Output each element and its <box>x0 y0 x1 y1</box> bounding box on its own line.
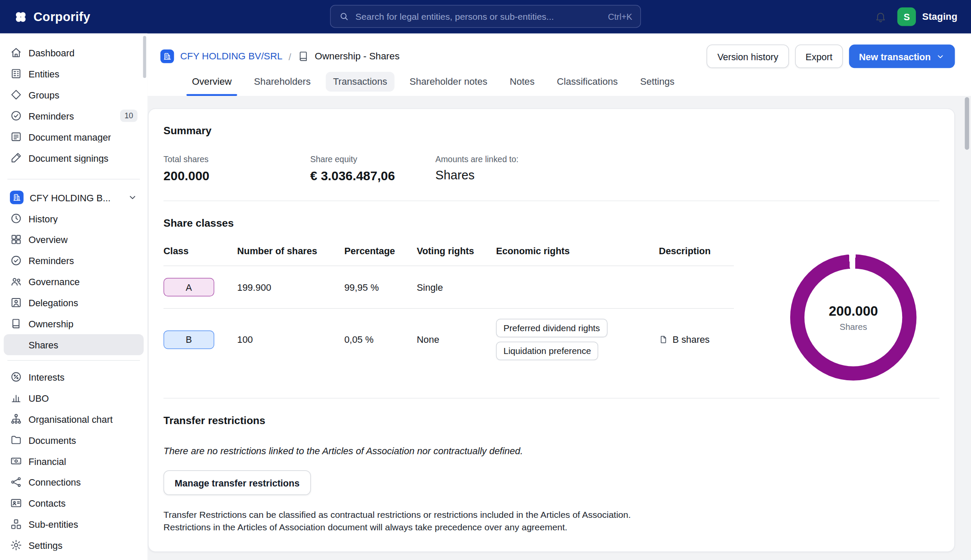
class-b-badge: B <box>164 330 214 349</box>
tab-shareholders[interactable]: Shareholders <box>247 72 318 96</box>
sidebar: Dashboard Entities Groups Reminders 10 D… <box>0 34 147 560</box>
summary-title: Summary <box>164 125 940 138</box>
clock-icon <box>10 212 22 225</box>
signature-pen-icon <box>10 152 22 164</box>
boxes-icon <box>10 518 22 530</box>
sidebar-item-organisational-chart[interactable]: Organisational chart <box>4 409 144 430</box>
building-small-icon <box>163 52 171 61</box>
home-icon <box>10 46 22 59</box>
sidebar-item-interests[interactable]: Interests <box>4 366 144 388</box>
notifications-bell-icon[interactable] <box>875 10 887 23</box>
tab-overview[interactable]: Overview <box>185 72 239 96</box>
share-classes-table: Class Number of shares Percentage Voting… <box>164 246 734 381</box>
tab-classifications[interactable]: Classifications <box>550 72 625 96</box>
check-circle-icon <box>10 110 22 122</box>
entity-chip-icon <box>10 191 24 204</box>
transfer-restrictions-empty-message: There are no restrictions linked to the … <box>164 446 940 457</box>
tab-shareholder-notes[interactable]: Shareholder notes <box>402 72 495 96</box>
diamond-icon <box>10 89 22 101</box>
export-button[interactable]: Export <box>795 45 843 68</box>
reminders-count-badge: 10 <box>120 109 137 122</box>
folder-icon <box>10 434 22 446</box>
class-a-badge: A <box>164 278 214 296</box>
summary-section: Summary Total shares 200.000 Share equit… <box>164 109 940 200</box>
document-lines-icon <box>10 131 22 143</box>
bar-chart-icon <box>10 392 22 404</box>
breadcrumb-separator: / <box>289 51 291 62</box>
network-icon <box>10 476 22 488</box>
page-title: Ownership - Shares <box>315 51 399 62</box>
sidebar-item-document-signings[interactable]: Document signings <box>4 147 144 168</box>
clover-logo-icon <box>14 9 28 24</box>
description-document-link[interactable]: B shares <box>659 334 734 345</box>
sidebar-item-entities[interactable]: Entities <box>4 63 144 84</box>
sidebar-item-sub-entities[interactable]: Sub-entities <box>4 514 144 535</box>
person-frame-icon <box>10 296 22 309</box>
economic-right-chip: Preferred dividend rights <box>496 319 607 337</box>
share-distribution-donut-chart: 200.000 Shares <box>790 254 917 381</box>
search-input[interactable] <box>356 12 602 22</box>
share-classes-title: Share classes <box>164 217 940 230</box>
topbar: Corporify Ctrl+K S Staging <box>0 0 971 34</box>
tab-transactions[interactable]: Transactions <box>325 72 394 96</box>
transfer-restrictions-title: Transfer restrictions <box>164 415 940 427</box>
table-header-row: Class Number of shares Percentage Voting… <box>164 246 734 266</box>
app-window: Corporify Ctrl+K S Staging Dashboard Ent… <box>0 0 971 560</box>
share-classes-section: Share classes Class Number of shares Per… <box>164 200 940 398</box>
version-history-button[interactable]: Version history <box>707 45 789 68</box>
tab-settings[interactable]: Settings <box>633 72 682 96</box>
sidebar-item-dashboard[interactable]: Dashboard <box>4 42 144 63</box>
ledger-book-icon <box>10 317 22 330</box>
page-scrollbar-thumb[interactable] <box>965 97 969 150</box>
main-area: CFY HOLDING BV/SRL / Ownership - Shares … <box>147 34 971 560</box>
donut-unit-label: Shares <box>840 322 867 332</box>
building-icon <box>10 68 22 80</box>
sidebar-item-shares[interactable]: Shares <box>4 334 144 355</box>
page-content: Summary Total shares 200.000 Share equit… <box>147 96 971 560</box>
gear-icon <box>10 539 22 551</box>
sidebar-item-ubo[interactable]: UBO <box>4 388 144 409</box>
sidebar-item-overview[interactable]: Overview <box>4 229 144 250</box>
sidebar-item-settings[interactable]: Settings <box>4 535 144 556</box>
sidebar-divider <box>7 360 140 360</box>
brand-name: Corporify <box>34 9 90 24</box>
table-row-class-b[interactable]: B 100 0,05 % None Preferred dividend rig… <box>164 309 734 370</box>
chevron-down-icon <box>127 192 137 202</box>
stat-share-equity: Share equity € 3.036.487,06 <box>310 155 436 183</box>
check-circle-icon <box>10 254 22 267</box>
id-card-icon <box>10 497 22 509</box>
table-row-class-a[interactable]: A 199.900 99,95 % Single <box>164 266 734 309</box>
sidebar-item-financial[interactable]: Financial <box>4 450 144 471</box>
sidebar-item-connections[interactable]: Connections <box>4 471 144 492</box>
sidebar-item-history[interactable]: History <box>4 208 144 229</box>
sidebar-item-contacts[interactable]: Contacts <box>4 492 144 514</box>
sidebar-item-delegations[interactable]: Delegations <box>4 292 144 313</box>
new-transaction-button[interactable]: New transaction <box>849 45 955 68</box>
percent-circle-icon <box>10 371 22 383</box>
avatar[interactable]: S <box>897 7 916 26</box>
ledger-book-icon <box>297 50 310 63</box>
sidebar-entity-selector[interactable]: CFY HOLDING B... <box>4 187 144 208</box>
transfer-restrictions-section: Transfer restrictions There are no restr… <box>164 398 940 551</box>
building-small-icon <box>12 193 21 202</box>
manage-transfer-restrictions-button[interactable]: Manage transfer restrictions <box>164 470 311 495</box>
sidebar-item-entity-reminders[interactable]: Reminders <box>4 250 144 271</box>
chevron-down-icon <box>936 52 945 61</box>
org-chart-icon <box>10 413 22 425</box>
breadcrumb-entity-link[interactable]: CFY HOLDING BV/SRL <box>180 51 283 62</box>
sidebar-item-governance[interactable]: Governance <box>4 271 144 292</box>
tab-bar: Overview Shareholders Transactions Share… <box>161 72 955 96</box>
account-menu[interactable]: S Staging <box>897 7 957 26</box>
sidebar-item-document-manager[interactable]: Document manager <box>4 126 144 148</box>
tab-notes[interactable]: Notes <box>502 72 542 96</box>
transfer-restrictions-note: Transfer Restrictions can be classified … <box>164 509 940 534</box>
sidebar-item-groups[interactable]: Groups <box>4 84 144 105</box>
sidebar-item-documents[interactable]: Documents <box>4 430 144 451</box>
breadcrumb-entity-chip-icon <box>161 49 174 63</box>
file-icon <box>659 335 668 344</box>
sidebar-scrollbar-thumb[interactable] <box>143 36 146 78</box>
stat-total-shares: Total shares 200.000 <box>164 155 310 183</box>
sidebar-item-reminders[interactable]: Reminders 10 <box>4 105 144 126</box>
global-search[interactable]: Ctrl+K <box>330 5 641 28</box>
sidebar-item-ownership[interactable]: Ownership <box>4 313 144 334</box>
